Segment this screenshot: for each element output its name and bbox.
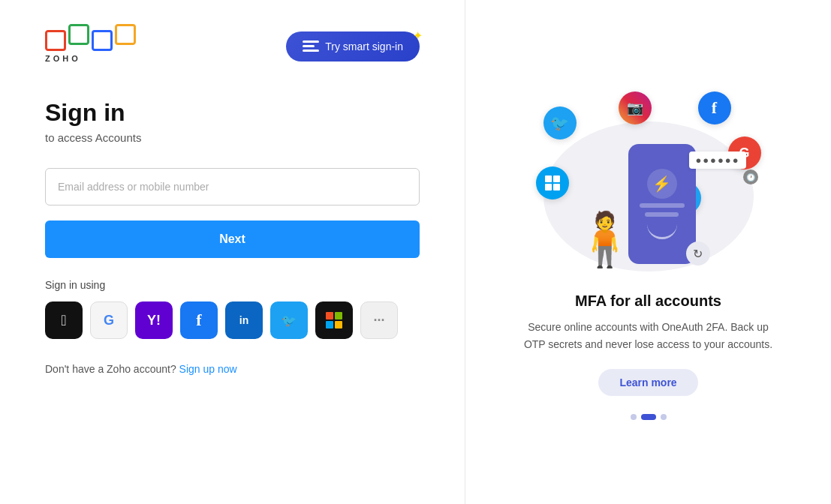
icon-line-mid xyxy=(303,45,314,47)
more-options-button[interactable]: ··· xyxy=(360,302,398,339)
logo-box-blue xyxy=(92,30,113,51)
float-windows-icon xyxy=(536,166,569,200)
sign-in-using-label: Sign in using xyxy=(45,279,420,291)
logo-box-green xyxy=(68,24,89,45)
no-account-text: Don't have a Zoho account? Sign up now xyxy=(45,363,420,375)
person-illustration: 🧍 xyxy=(572,213,637,266)
signup-link[interactable]: Sign up now xyxy=(179,363,237,375)
learn-more-button[interactable]: Learn more xyxy=(598,369,697,396)
google-icon: G xyxy=(104,313,114,328)
email-input[interactable] xyxy=(45,168,420,206)
mfa-description: Secure online accounts with OneAuth 2FA.… xyxy=(521,319,776,352)
sparkle-icon: ✦ xyxy=(413,28,423,43)
microsoft-icon xyxy=(326,312,342,328)
twitter-icon: 🐦 xyxy=(282,314,297,328)
right-panel: 🐦 📷 f G 🐦 ⚡ ●●● xyxy=(465,0,831,504)
password-dots: ●●●●●● xyxy=(689,152,745,169)
zoho-logo: ZOHO xyxy=(45,30,136,63)
phone-line-1 xyxy=(640,203,685,208)
float-twitter-icon: 🐦 xyxy=(543,106,577,140)
mfa-title: MFA for all accounts xyxy=(575,292,721,310)
carousel-dots xyxy=(631,414,667,420)
float-facebook-icon: f xyxy=(698,92,731,124)
carousel-dot-1[interactable] xyxy=(641,414,656,420)
next-button[interactable]: Next xyxy=(45,220,420,258)
left-panel: ZOHO Try smart sign-in ✦ Sign in to acce… xyxy=(0,0,465,504)
phone-mockup: ⚡ xyxy=(628,144,696,264)
sign-in-subtitle: to access Accounts xyxy=(45,131,420,144)
logo-box-red xyxy=(45,30,66,51)
phone-line-2 xyxy=(645,212,679,217)
twitter-signin-button[interactable]: 🐦 xyxy=(270,302,308,339)
logo-box-yellow xyxy=(115,24,136,45)
illustration: 🐦 📷 f G 🐦 ⚡ ●●● xyxy=(521,84,776,272)
smart-signin-icon xyxy=(303,40,319,52)
linkedin-signin-button[interactable]: in xyxy=(225,302,263,339)
apple-signin-button[interactable]:  xyxy=(45,302,83,339)
facebook-icon: f xyxy=(196,310,201,330)
yahoo-icon: Y! xyxy=(147,313,161,328)
logo-boxes xyxy=(45,30,136,51)
carousel-dot-0[interactable] xyxy=(631,414,637,420)
more-icon: ··· xyxy=(373,313,384,328)
icon-line-bot xyxy=(303,50,319,52)
phone-icon: ⚡ xyxy=(647,169,677,199)
smart-signin-button[interactable]: Try smart sign-in ✦ xyxy=(286,32,420,62)
social-icons-row:  G Y! f in 🐦 ··· xyxy=(45,302,420,339)
yahoo-signin-button[interactable]: Y! xyxy=(135,302,173,339)
zoho-label: ZOHO xyxy=(45,54,81,63)
refresh-icon: ↻ xyxy=(686,242,710,266)
float-instagram-icon: 📷 xyxy=(619,92,652,124)
smart-signin-label: Try smart sign-in xyxy=(325,40,403,52)
apple-icon:  xyxy=(61,312,66,329)
phone-smile xyxy=(647,224,677,239)
google-signin-button[interactable]: G xyxy=(90,302,128,339)
facebook-signin-button[interactable]: f xyxy=(180,302,218,339)
microsoft-signin-button[interactable] xyxy=(315,302,353,339)
carousel-dot-2[interactable] xyxy=(661,414,667,420)
sign-in-title: Sign in xyxy=(45,99,420,127)
clock-icon: 🕐 xyxy=(743,170,758,184)
icon-line-top xyxy=(303,40,319,43)
linkedin-icon: in xyxy=(239,314,248,326)
header-row: ZOHO Try smart sign-in ✦ xyxy=(45,30,420,63)
